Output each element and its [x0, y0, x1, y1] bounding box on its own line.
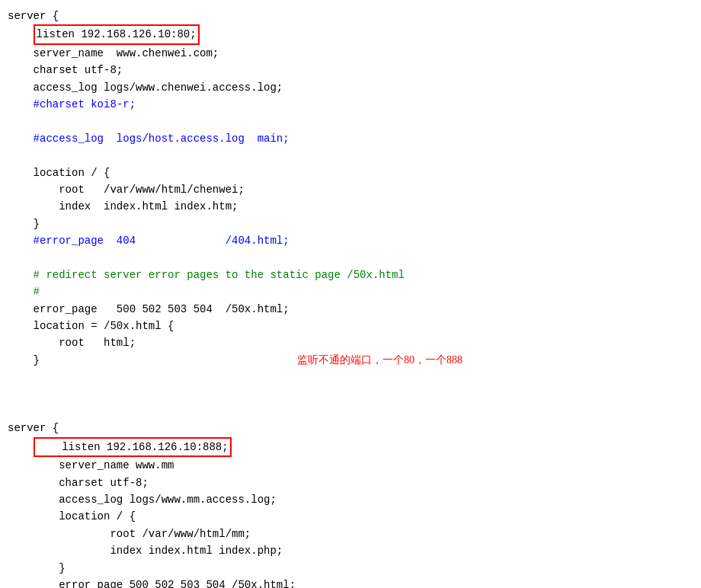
server2-server-name: server_name www.mm [8, 457, 693, 474]
server1-header: server { [8, 8, 693, 24]
blank2 [8, 147, 693, 164]
blank3 [8, 249, 693, 266]
server2-header: server { [8, 420, 693, 436]
server1-server-name: server_name www.chenwei.com; [8, 45, 693, 62]
server2-location-open: location / { [8, 508, 693, 525]
listen-box-1: listen 192.168.126.10:80; [34, 24, 200, 44]
server1-comment2: # [8, 283, 693, 300]
server1-root-html: root html; [8, 334, 693, 351]
server2-charset: charset utf-8; [8, 475, 693, 491]
annotation-text: 监听不通的端口，一个80，一个888 [297, 352, 463, 369]
server2-listen: listen 192.168.126.10:888; [8, 437, 693, 457]
server1-location-50x-close: } 监听不通的端口，一个80，一个888 [8, 352, 693, 403]
server2-root: root /var/www/html/mm; [8, 526, 693, 542]
listen-box-2: listen 192.168.126.10:888; [34, 437, 232, 457]
blank-between-servers [8, 403, 693, 420]
server1-error-page-404: #error_page 404 /404.html; [8, 232, 693, 249]
server1-charset-commented: #charset koi8-r; [8, 96, 693, 113]
server1-access-log-commented: #access_log logs/host.access.log main; [8, 130, 693, 147]
server1-comment1: # redirect server error pages to the sta… [8, 267, 693, 283]
server1-location-50x-open: location = /50x.html { [8, 318, 693, 334]
blank1 [8, 113, 693, 129]
server1-error-page: error_page 500 502 503 504 /50x.html; [8, 301, 693, 318]
server1-location-open: location / { [8, 165, 693, 181]
server2-location-close: } [8, 560, 693, 577]
server1-root: root /var/www/html/chenwei; [8, 181, 693, 198]
server2-access-log: access_log logs/www.mm.access.log; [8, 491, 693, 508]
server1-listen: listen 192.168.126.10:80; [8, 24, 693, 44]
server2-index: index index.html index.php; [8, 542, 693, 559]
server1-access-log: access_log logs/www.chenwei.access.log; [8, 79, 693, 96]
server2-error-page: error_page 500 502 503 504 /50x.html; [8, 577, 693, 588]
server1-charset: charset utf-8; [8, 62, 693, 78]
server1-index: index index.html index.htm; [8, 198, 693, 215]
server1-location-close: } [8, 216, 693, 232]
